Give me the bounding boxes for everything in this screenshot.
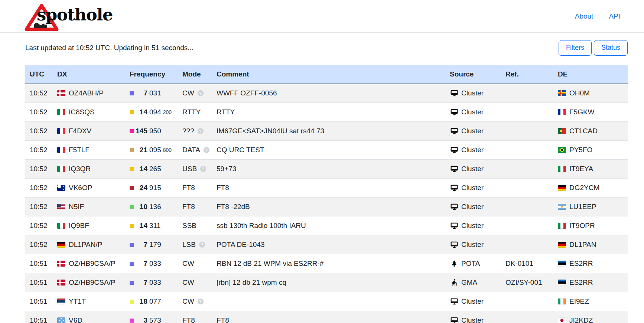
table-row[interactable]: 10:52 IC8SQS 14094200 RTTY ? RTTY Cluste… <box>25 103 628 122</box>
de-callsign[interactable]: OH0M <box>569 89 590 97</box>
dx-callsign[interactable]: F4DXV <box>69 127 91 135</box>
band-color-icon <box>130 262 134 266</box>
dx-cell: OZ4ABH/P <box>53 84 125 103</box>
dx-callsign[interactable]: OZ/HB9CSA/P <box>69 278 116 287</box>
table-row[interactable]: 10:51 OZ/HB9CSA/P 7033 CW ? RBN 12 dB 21… <box>25 254 628 273</box>
dx-callsign[interactable]: OZ/HB9CSA/P <box>69 260 116 268</box>
flag-it-icon <box>558 223 566 229</box>
source-cell: Cluster <box>445 292 501 311</box>
mode-info-icon[interactable]: ? <box>200 166 206 172</box>
dx-callsign[interactable]: IQ9BF <box>69 222 89 230</box>
mode-info-icon[interactable]: ? <box>198 298 204 304</box>
nav-link-about[interactable]: About <box>575 12 593 20</box>
de-callsign[interactable]: LU1EEP <box>569 203 596 211</box>
comment-cell: FT8 <box>212 311 445 323</box>
comment-cell: FT8 -22dB <box>212 198 445 216</box>
dx-callsign[interactable]: V6D <box>69 316 82 323</box>
site-logo[interactable]: spothole <box>25 2 121 31</box>
last-updated-text: Last updated at 10:52 UTC. Updating in 5… <box>25 44 193 52</box>
comment-cell: ssb 130th Radio 100th IARU <box>212 216 445 235</box>
top-bar: spothole About API <box>0 0 644 33</box>
flag-dk-icon <box>57 280 65 286</box>
mode-cell: RTTY ? <box>178 103 212 122</box>
utc-cell: 10:52 <box>25 122 53 141</box>
dx-cell: V6D <box>53 311 125 323</box>
ref-cell <box>501 122 553 141</box>
band-color-icon <box>130 129 134 133</box>
table-row[interactable]: 10:52 DL1PAN/P 7179 LSB ? POTA DE-1043 C… <box>25 235 628 254</box>
column-header-de: DE <box>553 65 628 84</box>
mode-info-icon[interactable]: ? <box>199 242 205 248</box>
mode-cell: FT8 ? <box>178 179 212 198</box>
table-row[interactable]: 10:52 N5IF 10136 FT8 ? FT8 -22dB Cluster <box>25 198 628 216</box>
de-callsign[interactable]: ES2RR <box>569 278 593 287</box>
flag-ee-icon <box>558 280 566 286</box>
flag-ie-icon <box>558 298 566 304</box>
table-row[interactable]: 10:52 VK6OP 24915 FT8 ? FT8 Cluster <box>25 179 628 198</box>
flag-ax-icon <box>558 90 566 96</box>
filters-button[interactable]: Filters <box>559 40 592 56</box>
flag-dk-icon <box>57 261 65 267</box>
monitor-icon <box>450 317 459 323</box>
dx-callsign[interactable]: YT1T <box>69 297 86 306</box>
table-row[interactable]: 10:52 IQ9BF 14311 SSB ? ssb 130th Radio … <box>25 216 628 235</box>
utc-cell: 10:52 <box>25 103 53 122</box>
dx-cell: IQ9BF <box>53 216 125 235</box>
de-callsign[interactable]: IT9EYA <box>569 165 593 173</box>
dx-callsign[interactable]: N5IF <box>69 203 84 211</box>
table-row[interactable]: 10:52 OZ4ABH/P 7031 CW ? WWFF OZFF-0056 … <box>25 84 628 103</box>
source-cell: Cluster <box>445 84 501 103</box>
table-row[interactable]: 10:52 IQ3QR 14265 USB ? 59+73 Cluster <box>25 160 628 179</box>
band-color-icon <box>130 91 134 95</box>
table-row[interactable]: 10:51 V6D 3573 FT8 ? FT8 Cluster <box>25 311 628 323</box>
de-callsign[interactable]: IT9OPR <box>569 222 595 230</box>
flag-br-icon <box>558 147 566 153</box>
source-cell: Cluster <box>445 103 501 122</box>
de-callsign[interactable]: ES2RR <box>569 260 593 268</box>
source-cell: Cluster <box>445 179 501 198</box>
de-callsign[interactable]: DG2YCM <box>569 184 599 192</box>
band-color-icon <box>130 281 134 285</box>
table-row[interactable]: 10:52 F4DXV 145950 ??? ? IM67GE<SAT>JN04… <box>25 122 628 141</box>
dx-callsign[interactable]: OZ4ABH/P <box>69 89 104 97</box>
de-callsign[interactable]: DL1PAN <box>569 241 596 249</box>
frequency-cell: 3573 <box>125 311 178 323</box>
source-cell: Cluster <box>445 141 501 160</box>
de-callsign[interactable]: CT1CAD <box>569 127 598 135</box>
de-callsign[interactable]: PY5FO <box>569 146 592 154</box>
dx-callsign[interactable]: F5TLF <box>69 146 90 154</box>
de-callsign[interactable]: EI9EZ <box>569 297 589 306</box>
source-cell: Cluster <box>445 160 501 179</box>
comment-cell: [rbn] 12 db 21 wpm cq <box>212 273 445 292</box>
dx-callsign[interactable]: VK6OP <box>69 184 92 192</box>
dx-callsign[interactable]: DL1PAN/P <box>69 241 102 249</box>
status-button[interactable]: Status <box>594 40 628 56</box>
de-callsign[interactable]: JI2KDZ <box>569 316 593 323</box>
nav-link-api[interactable]: API <box>609 12 620 20</box>
flag-de-icon <box>57 242 65 248</box>
ref-cell <box>501 198 553 216</box>
de-cell: DG2YCM <box>553 179 628 198</box>
ref-cell: DK-0101 <box>501 254 553 273</box>
mode-info-icon[interactable]: ? <box>198 90 204 96</box>
monitor-icon <box>450 298 459 305</box>
dx-callsign[interactable]: IQ3QR <box>69 165 91 173</box>
band-color-icon <box>130 110 134 114</box>
table-row[interactable]: 10:51 YT1T 18077 CW ? Cluster <box>25 292 628 311</box>
mode-info-icon[interactable]: ? <box>198 128 204 134</box>
dx-callsign[interactable]: IC8SQS <box>69 108 95 116</box>
flag-fm-icon <box>57 317 65 323</box>
de-callsign[interactable]: F5GKW <box>569 108 595 116</box>
hiker-icon <box>450 279 459 286</box>
frequency-cell: 10136 <box>125 198 178 216</box>
table-row[interactable]: 10:51 OZ/HB9CSA/P 7033 CW ? [rbn] 12 db … <box>25 273 628 292</box>
mode-info-icon[interactable]: ? <box>204 147 209 153</box>
table-row[interactable]: 10:52 F5TLF 21095800 DATA ? CQ URC TEST … <box>25 141 628 160</box>
mode-cell: SSB ? <box>178 216 212 235</box>
mode-cell: FT8 ? <box>178 311 212 323</box>
utc-cell: 10:51 <box>25 311 53 323</box>
monitor-icon <box>450 165 459 173</box>
flag-ee-icon <box>558 261 566 267</box>
de-cell: F5GKW <box>553 103 628 122</box>
mode-cell: ??? ? <box>178 122 212 141</box>
